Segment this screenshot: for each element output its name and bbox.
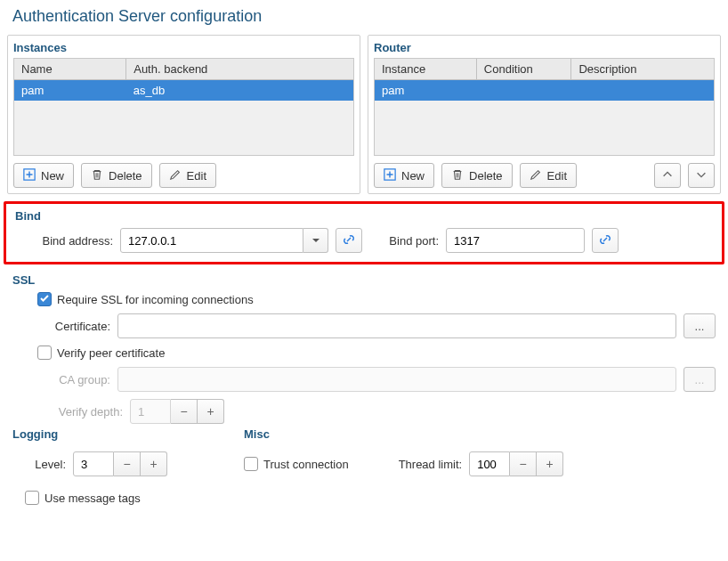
instances-table[interactable]: Name Auth. backend pam as_db: [13, 58, 354, 156]
pencil-icon: [169, 168, 182, 183]
checkbox-label: Use message tags: [44, 492, 141, 505]
logging-level-stepper[interactable]: − +: [73, 451, 167, 476]
router-delete-button[interactable]: Delete: [441, 163, 513, 188]
logging-level-label: Level:: [25, 458, 66, 471]
ssl-heading: SSL: [12, 273, 716, 287]
router-edit-button[interactable]: Edit: [520, 163, 577, 188]
cell-backend: as_db: [133, 84, 165, 97]
certificate-label: Certificate:: [37, 320, 110, 333]
router-table[interactable]: Instance Condition Description pam: [374, 58, 715, 156]
pencil-icon: [530, 168, 542, 183]
bind-section-highlight: Bind Bind address: Bind port:: [4, 201, 724, 264]
chevron-up-icon: [661, 168, 674, 183]
table-row[interactable]: pam: [375, 80, 714, 102]
stepper-plus-button[interactable]: +: [537, 451, 563, 476]
logging-level-input[interactable]: [73, 451, 114, 476]
router-new-button[interactable]: New: [374, 163, 434, 188]
chevron-down-icon: [695, 168, 708, 183]
checkbox-box: [37, 292, 52, 306]
ellipsis-icon: ...: [695, 373, 705, 386]
checkbox-label: Require SSL for incoming connections: [57, 293, 254, 306]
checkbox-box: [37, 346, 52, 360]
plus-icon: [23, 168, 36, 183]
instances-edit-button[interactable]: Edit: [159, 163, 216, 188]
bind-port-link-button[interactable]: [592, 228, 619, 253]
plus-icon: +: [206, 404, 214, 419]
verify-depth-stepper: − +: [130, 399, 224, 424]
bind-address-dropdown-button[interactable]: [303, 228, 328, 253]
ca-group-input: [117, 367, 676, 392]
table-row[interactable]: pam as_db: [14, 80, 353, 102]
stepper-plus-button[interactable]: +: [141, 451, 167, 476]
stepper-minus-button: −: [171, 399, 198, 424]
ca-group-label: CA group:: [37, 373, 110, 386]
router-col-instance[interactable]: Instance: [382, 62, 425, 76]
router-col-condition[interactable]: Condition: [484, 62, 533, 76]
cell-instance: pam: [382, 84, 404, 97]
link-icon: [342, 232, 356, 249]
certificate-input[interactable]: [117, 313, 676, 338]
button-label: Edit: [547, 169, 567, 183]
bind-address-label: Bind address:: [28, 234, 113, 248]
certificate-browse-button[interactable]: ...: [684, 313, 716, 338]
instances-heading: Instances: [13, 41, 354, 54]
checkbox-label: Verify peer certificate: [57, 346, 165, 360]
verify-depth-input: [130, 399, 171, 424]
instances-col-backend[interactable]: Auth. backend: [133, 62, 207, 76]
trash-icon: [451, 168, 464, 183]
bind-heading: Bind: [15, 209, 713, 223]
bind-address-link-button[interactable]: [336, 228, 362, 253]
require-ssl-checkbox[interactable]: Require SSL for incoming connections: [37, 292, 254, 306]
plus-icon: +: [546, 457, 554, 471]
ssl-section: SSL Require SSL for incoming connections…: [0, 268, 728, 427]
minus-icon: −: [123, 457, 130, 471]
checkbox-label: Trust connection: [263, 458, 349, 471]
bind-port-label: Bind port:: [375, 234, 439, 248]
instances-delete-button[interactable]: Delete: [81, 163, 152, 188]
router-move-up-button[interactable]: [654, 163, 681, 188]
thread-limit-label: Thread limit:: [399, 458, 463, 471]
logging-heading: Logging: [12, 427, 208, 441]
instances-col-name[interactable]: Name: [21, 62, 53, 76]
bind-port-input[interactable]: [446, 228, 585, 253]
verify-peer-checkbox[interactable]: Verify peer certificate: [37, 346, 165, 360]
cell-name: pam: [21, 84, 44, 97]
trust-connection-checkbox[interactable]: Trust connection: [244, 457, 349, 471]
link-icon: [598, 232, 612, 249]
stepper-minus-button[interactable]: −: [114, 451, 141, 476]
instances-new-button[interactable]: New: [13, 163, 74, 188]
ca-group-browse-button: ...: [684, 367, 716, 392]
checkbox-box: [25, 491, 39, 505]
button-label: New: [41, 169, 64, 183]
trash-icon: [91, 168, 103, 183]
router-col-description[interactable]: Description: [578, 62, 636, 76]
verify-depth-label: Verify depth:: [37, 405, 123, 419]
plus-icon: +: [150, 457, 157, 471]
minus-icon: −: [180, 404, 187, 419]
button-label: Delete: [109, 169, 142, 183]
misc-heading: Misc: [244, 427, 716, 441]
page-title: Authentication Server configuration: [12, 7, 728, 26]
check-icon: [39, 293, 50, 306]
bind-address-input[interactable]: [120, 228, 303, 253]
button-label: Delete: [469, 169, 503, 183]
button-label: New: [401, 169, 425, 183]
router-pane: Router Instance Condition Description pa…: [368, 35, 721, 194]
minus-icon: −: [520, 457, 527, 471]
router-move-down-button[interactable]: [688, 163, 715, 188]
stepper-plus-button: +: [198, 399, 224, 424]
router-heading: Router: [374, 41, 715, 54]
triangle-down-icon: [311, 234, 320, 248]
use-message-tags-checkbox[interactable]: Use message tags: [25, 491, 141, 505]
thread-limit-input[interactable]: [469, 451, 510, 476]
checkbox-box: [244, 457, 258, 471]
button-label: Edit: [187, 169, 206, 183]
stepper-minus-button[interactable]: −: [510, 451, 537, 476]
ellipsis-icon: ...: [695, 320, 705, 333]
plus-icon: [384, 168, 396, 183]
instances-pane: Instances Name Auth. backend pam as_db: [7, 35, 360, 194]
thread-limit-stepper[interactable]: − +: [469, 451, 563, 476]
